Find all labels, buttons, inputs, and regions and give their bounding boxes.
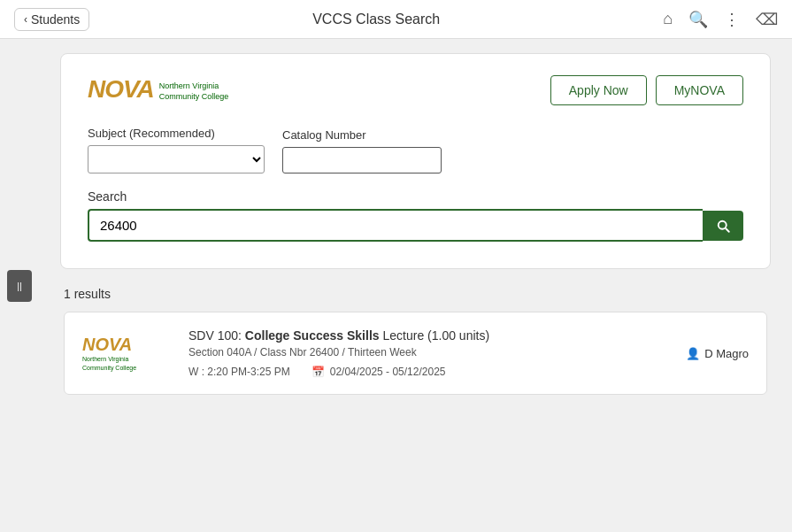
result-schedule: W : 2:20 PM-3:25 PM — [188, 366, 290, 378]
side-handle[interactable]: || — [7, 270, 32, 302]
logo-row: NOVA Northern Virginia Community College… — [88, 75, 743, 105]
date-range-text: 02/04/2025 - 05/12/2025 — [330, 366, 446, 378]
search-input[interactable] — [88, 209, 703, 242]
search-input-row — [88, 209, 743, 242]
search-icon[interactable]: 🔍 — [688, 10, 708, 29]
result-nova-text: NOVA — [82, 335, 171, 355]
result-section-info: Section 040A / Class Nbr 26400 / Thirtee… — [188, 346, 668, 359]
subject-select[interactable] — [88, 145, 265, 173]
search-magnifier-icon — [715, 218, 731, 234]
more-options-icon[interactable]: ⋮ — [724, 10, 740, 29]
results-count: 1 results — [64, 287, 767, 301]
home-icon[interactable]: ⌂ — [663, 10, 673, 28]
result-info: SDV 100: College Success Skills Lecture … — [188, 328, 668, 378]
apply-now-button[interactable]: Apply Now — [550, 75, 647, 105]
nova-logo: NOVA Northern Virginia Community College — [88, 75, 228, 104]
results-section: 1 results NOVA Northern Virginia Communi… — [60, 287, 771, 395]
top-nav: ‹ Students VCCS Class Search ⌂ 🔍 ⋮ ⌫ — [0, 0, 792, 39]
back-label: Students — [31, 12, 80, 27]
course-type-text: Lecture (1.00 units) — [382, 328, 489, 343]
person-icon: 👤 — [686, 347, 700, 360]
instructor: 👤 D Magro — [686, 347, 749, 360]
search-label: Search — [88, 189, 743, 204]
form-row: Subject (Recommended) Catalog Number — [88, 127, 743, 173]
back-button[interactable]: ‹ Students — [14, 8, 89, 31]
course-code: SDV 100: — [188, 328, 242, 343]
logo-buttons: Apply Now MyNOVA — [550, 75, 743, 105]
result-date-range: 📅 02/04/2025 - 05/12/2025 — [311, 366, 446, 378]
search-button[interactable] — [703, 211, 743, 241]
result-nova-subtitle: Northern Virginia Community College — [82, 355, 144, 371]
result-title: SDV 100: College Success Skills Lecture … — [188, 328, 668, 343]
catalog-label: Catalog Number — [282, 128, 442, 142]
nova-logo-text: NOVA — [88, 75, 154, 104]
instructor-name: D Magro — [704, 347, 749, 360]
search-card: NOVA Northern Virginia Community College… — [60, 53, 771, 269]
calendar-icon: 📅 — [311, 366, 325, 378]
catalog-input[interactable] — [282, 147, 442, 173]
result-details: W : 2:20 PM-3:25 PM 📅 02/04/2025 - 05/12… — [188, 366, 668, 378]
nova-logo-subtitle: Northern Virginia Community College — [159, 76, 229, 102]
result-logo: NOVA Northern Virginia Community College — [82, 335, 171, 371]
subject-group: Subject (Recommended) — [88, 127, 265, 173]
catalog-group: Catalog Number — [282, 128, 442, 173]
nav-icons: ⌂ 🔍 ⋮ ⌫ — [663, 10, 778, 29]
subject-label: Subject (Recommended) — [88, 127, 265, 140]
search-row: Search — [88, 189, 743, 242]
left-panel: || — [0, 39, 39, 409]
my-nova-button[interactable]: MyNOVA — [656, 75, 743, 105]
cancel-icon[interactable]: ⌫ — [756, 10, 778, 29]
result-card: NOVA Northern Virginia Community College… — [64, 312, 767, 395]
chevron-left-icon: ‹ — [24, 13, 27, 26]
course-title: College Success Skills — [245, 328, 380, 343]
page-title: VCCS Class Search — [312, 12, 440, 27]
main-content: NOVA Northern Virginia Community College… — [39, 39, 792, 409]
